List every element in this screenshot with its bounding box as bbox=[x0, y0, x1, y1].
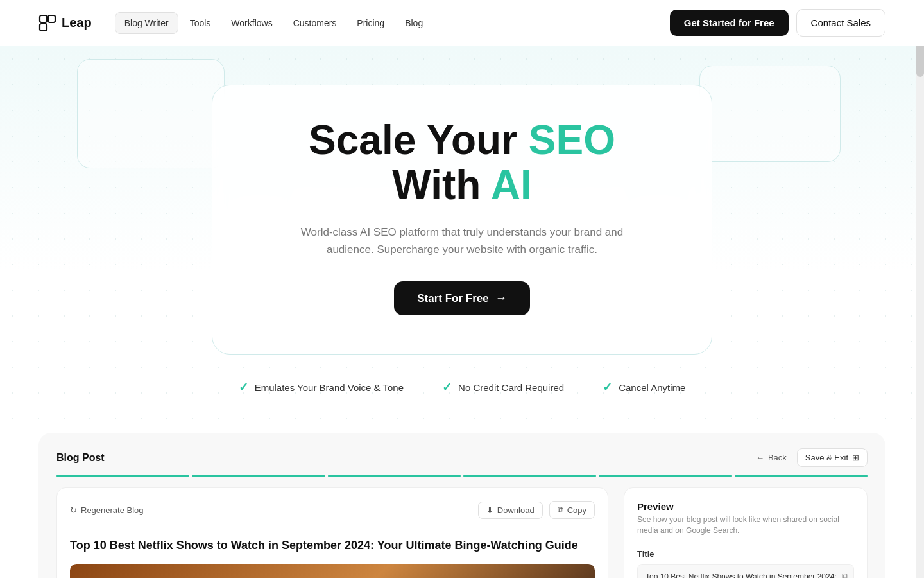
progress-bar bbox=[56, 475, 868, 477]
hero-title-part2: With bbox=[392, 162, 490, 208]
decorative-card-tr bbox=[699, 66, 841, 162]
blog-content: ↻ Regenerate Blog ⬇ Download ⧉ Copy Top … bbox=[56, 487, 868, 578]
save-exit-label: Save & Exit bbox=[805, 453, 848, 462]
progress-5 bbox=[599, 475, 732, 477]
hero-title-seo: SEO bbox=[529, 117, 615, 163]
nav-pricing[interactable]: Pricing bbox=[348, 13, 393, 33]
contact-sales-button[interactable]: Contact Sales bbox=[796, 9, 886, 37]
progress-4 bbox=[463, 475, 596, 477]
logo[interactable]: Leap bbox=[38, 14, 92, 32]
blog-post-content-title: Top 10 Best Netflix Shows to Watch in Se… bbox=[70, 538, 595, 554]
feature-label-1: Emulates Your Brand Voice & Tone bbox=[255, 382, 404, 393]
nav-tools[interactable]: Tools bbox=[181, 13, 220, 33]
nav-workflows[interactable]: Workflows bbox=[222, 13, 281, 33]
hero-title: Scale Your SEO With AI bbox=[264, 118, 660, 208]
editor-actions: ⬇ Download ⧉ Copy bbox=[478, 501, 595, 519]
progress-6 bbox=[735, 475, 868, 477]
decorative-card-tl bbox=[77, 59, 225, 168]
hero-title-part1: Scale Your bbox=[309, 117, 529, 163]
blog-editor: ↻ Regenerate Blog ⬇ Download ⧉ Copy Top … bbox=[56, 487, 608, 578]
blog-header-right: ← Back Save & Exit ⊞ bbox=[756, 448, 868, 467]
download-icon: ⬇ bbox=[486, 505, 493, 515]
check-icon-2: ✓ bbox=[442, 380, 452, 394]
feature-label-3: Cancel Anytime bbox=[619, 382, 685, 393]
logo-icon bbox=[38, 14, 56, 32]
copy-icon: ⧉ bbox=[558, 505, 563, 515]
editor-toolbar: ↻ Regenerate Blog ⬇ Download ⧉ Copy bbox=[70, 501, 595, 527]
svg-rect-1 bbox=[48, 15, 55, 22]
svg-rect-2 bbox=[40, 24, 47, 31]
progress-3 bbox=[328, 475, 461, 477]
check-icon-1: ✓ bbox=[239, 380, 248, 394]
blog-post-section: Blog Post ← Back Save & Exit ⊞ ↻ Rege bbox=[38, 433, 886, 578]
download-button[interactable]: ⬇ Download bbox=[478, 502, 543, 519]
hero-section: Scale Your SEO With AI World-class AI SE… bbox=[0, 46, 924, 420]
nav-links: Blog Writer Tools Workflows Customers Pr… bbox=[115, 12, 432, 34]
svg-rect-0 bbox=[40, 15, 47, 22]
save-exit-button[interactable]: Save & Exit ⊞ bbox=[797, 448, 868, 467]
preview-copy-icon[interactable]: ⧉ bbox=[842, 570, 848, 578]
nav-blog[interactable]: Blog bbox=[396, 13, 432, 33]
save-exit-icon: ⊞ bbox=[852, 453, 859, 462]
feature-label-2: No Credit Card Required bbox=[458, 382, 564, 393]
nav-customers[interactable]: Customers bbox=[284, 13, 346, 33]
feature-brand-voice: ✓ Emulates Your Brand Voice & Tone bbox=[239, 380, 404, 394]
progress-1 bbox=[56, 475, 189, 477]
blog-post-image bbox=[70, 564, 595, 578]
blog-post-title-label: Blog Post bbox=[56, 452, 105, 464]
preview-title-label: Title bbox=[637, 549, 854, 559]
progress-2 bbox=[192, 475, 325, 477]
start-button-label: Start For Free bbox=[417, 292, 488, 305]
blog-header: Blog Post ← Back Save & Exit ⊞ bbox=[56, 448, 868, 467]
regenerate-icon: ↻ bbox=[70, 505, 77, 515]
hero-subtitle: World-class AI SEO platform that truly u… bbox=[295, 223, 629, 258]
arrow-icon: → bbox=[495, 292, 507, 305]
brand-name: Leap bbox=[62, 15, 92, 30]
download-label: Download bbox=[497, 505, 535, 515]
copy-label: Copy bbox=[567, 505, 586, 515]
preview-title-text-value: Top 10 Best Netflix Shows to Watch in Se… bbox=[646, 572, 837, 578]
feature-no-credit-card: ✓ No Credit Card Required bbox=[442, 380, 564, 394]
copy-button[interactable]: ⧉ Copy bbox=[549, 501, 595, 519]
preview-description: See how your blog post will look like wh… bbox=[637, 514, 854, 536]
scrollbar[interactable] bbox=[916, 0, 924, 578]
get-started-button[interactable]: Get Started for Free bbox=[670, 10, 789, 36]
navbar-right: Get Started for Free Contact Sales bbox=[670, 9, 886, 37]
hero-title-ai: AI bbox=[491, 162, 532, 208]
back-label: Back bbox=[768, 453, 787, 462]
feature-cancel-anytime: ✓ Cancel Anytime bbox=[603, 380, 685, 394]
check-icon-3: ✓ bbox=[603, 380, 612, 394]
back-arrow-icon: ← bbox=[756, 453, 764, 462]
back-button[interactable]: ← Back bbox=[756, 453, 787, 462]
start-for-free-button[interactable]: Start For Free → bbox=[394, 281, 529, 315]
preview-heading: Preview bbox=[637, 501, 854, 512]
features-row: ✓ Emulates Your Brand Voice & Tone ✓ No … bbox=[226, 380, 699, 394]
blog-image-overlay bbox=[70, 564, 595, 578]
regenerate-label: Regenerate Blog bbox=[81, 505, 144, 515]
regenerate-button[interactable]: ↻ Regenerate Blog bbox=[70, 505, 144, 515]
preview-panel: Preview See how your blog post will look… bbox=[624, 487, 868, 578]
navbar: Leap Blog Writer Tools Workflows Custome… bbox=[0, 0, 924, 46]
preview-title-value: Top 10 Best Netflix Shows to Watch in Se… bbox=[637, 564, 854, 578]
hero-card: Scale Your SEO With AI World-class AI SE… bbox=[212, 85, 712, 355]
nav-blog-writer[interactable]: Blog Writer bbox=[115, 12, 178, 34]
navbar-left: Leap Blog Writer Tools Workflows Custome… bbox=[38, 12, 432, 34]
